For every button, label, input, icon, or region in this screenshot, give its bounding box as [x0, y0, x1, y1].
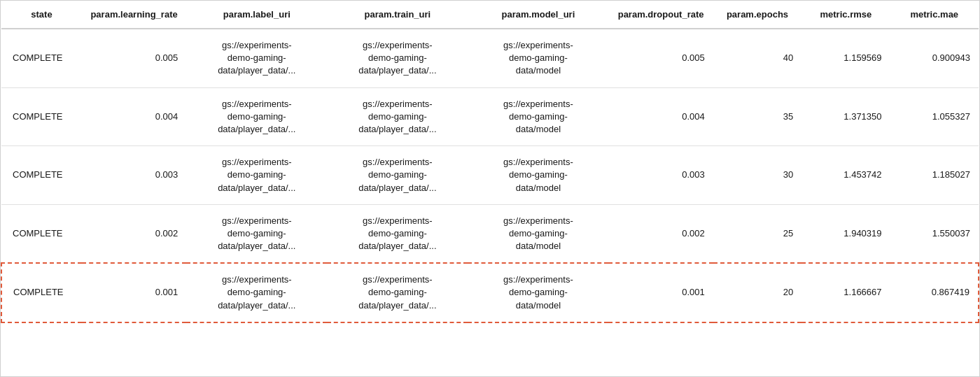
- col-header-model-uri: param.model_uri: [468, 1, 608, 29]
- rmse-cell: 1.159569: [802, 29, 890, 87]
- table-row[interactable]: COMPLETE0.001gs://experiments-demo-gamin…: [1, 263, 979, 322]
- mae-cell: 1.550037: [890, 204, 979, 263]
- table-row[interactable]: COMPLETE0.004gs://experiments-demo-gamin…: [1, 87, 979, 146]
- state-cell: COMPLETE: [1, 204, 82, 263]
- learning-rate-cell: 0.001: [82, 263, 186, 322]
- label-uri-cell: gs://experiments-demo-gaming-data/player…: [186, 146, 327, 205]
- train-uri-cell: gs://experiments-demo-gaming-data/player…: [327, 146, 468, 205]
- col-header-dropout-rate: param.dropout_rate: [608, 1, 713, 29]
- col-header-train-uri: param.train_uri: [327, 1, 468, 29]
- table-row[interactable]: COMPLETE0.002gs://experiments-demo-gamin…: [1, 204, 979, 263]
- table-row[interactable]: COMPLETE0.003gs://experiments-demo-gamin…: [1, 146, 979, 205]
- model-uri-cell: gs://experiments-demo-gaming-data/model: [468, 29, 608, 87]
- label-uri-cell: gs://experiments-demo-gaming-data/player…: [186, 87, 327, 146]
- col-header-label-uri: param.label_uri: [186, 1, 327, 29]
- table-header-row: state param.learning_rate param.label_ur…: [1, 1, 979, 29]
- train-uri-cell: gs://experiments-demo-gaming-data/player…: [327, 87, 468, 146]
- learning-rate-cell: 0.002: [82, 204, 186, 263]
- epochs-cell: 30: [713, 146, 802, 205]
- state-cell: COMPLETE: [1, 146, 82, 205]
- dropout-rate-cell: 0.004: [608, 87, 713, 146]
- state-cell: COMPLETE: [1, 29, 82, 87]
- learning-rate-cell: 0.003: [82, 146, 186, 205]
- dropout-rate-cell: 0.005: [608, 29, 713, 87]
- state-cell: COMPLETE: [1, 87, 82, 146]
- rmse-cell: 1.453742: [802, 146, 890, 205]
- learning-rate-cell: 0.005: [82, 29, 186, 87]
- train-uri-cell: gs://experiments-demo-gaming-data/player…: [327, 204, 468, 263]
- col-header-learning-rate: param.learning_rate: [82, 1, 186, 29]
- state-cell: COMPLETE: [1, 263, 82, 322]
- main-table-container: state param.learning_rate param.label_ur…: [0, 0, 980, 377]
- epochs-cell: 25: [713, 204, 802, 263]
- col-header-rmse: metric.rmse: [802, 1, 890, 29]
- rmse-cell: 1.166667: [802, 263, 890, 322]
- epochs-cell: 35: [713, 87, 802, 146]
- col-header-epochs: param.epochs: [713, 1, 802, 29]
- model-uri-cell: gs://experiments-demo-gaming-data/model: [468, 87, 608, 146]
- label-uri-cell: gs://experiments-demo-gaming-data/player…: [186, 263, 327, 322]
- dropout-rate-cell: 0.003: [608, 146, 713, 205]
- dropout-rate-cell: 0.001: [608, 263, 713, 322]
- label-uri-cell: gs://experiments-demo-gaming-data/player…: [186, 29, 327, 87]
- mae-cell: 1.185027: [890, 146, 979, 205]
- learning-rate-cell: 0.004: [82, 87, 186, 146]
- epochs-cell: 40: [713, 29, 802, 87]
- dropout-rate-cell: 0.002: [608, 204, 713, 263]
- model-uri-cell: gs://experiments-demo-gaming-data/model: [468, 263, 608, 322]
- table-row[interactable]: COMPLETE0.005gs://experiments-demo-gamin…: [1, 29, 979, 87]
- col-header-mae: metric.mae: [890, 1, 979, 29]
- epochs-cell: 20: [713, 263, 802, 322]
- train-uri-cell: gs://experiments-demo-gaming-data/player…: [327, 263, 468, 322]
- col-header-state: state: [1, 1, 82, 29]
- model-uri-cell: gs://experiments-demo-gaming-data/model: [468, 204, 608, 263]
- model-uri-cell: gs://experiments-demo-gaming-data/model: [468, 146, 608, 205]
- label-uri-cell: gs://experiments-demo-gaming-data/player…: [186, 204, 327, 263]
- mae-cell: 0.900943: [890, 29, 979, 87]
- mae-cell: 1.055327: [890, 87, 979, 146]
- train-uri-cell: gs://experiments-demo-gaming-data/player…: [327, 29, 468, 87]
- experiments-table: state param.learning_rate param.label_ur…: [1, 1, 979, 323]
- rmse-cell: 1.940319: [802, 204, 890, 263]
- rmse-cell: 1.371350: [802, 87, 890, 146]
- mae-cell: 0.867419: [890, 263, 979, 322]
